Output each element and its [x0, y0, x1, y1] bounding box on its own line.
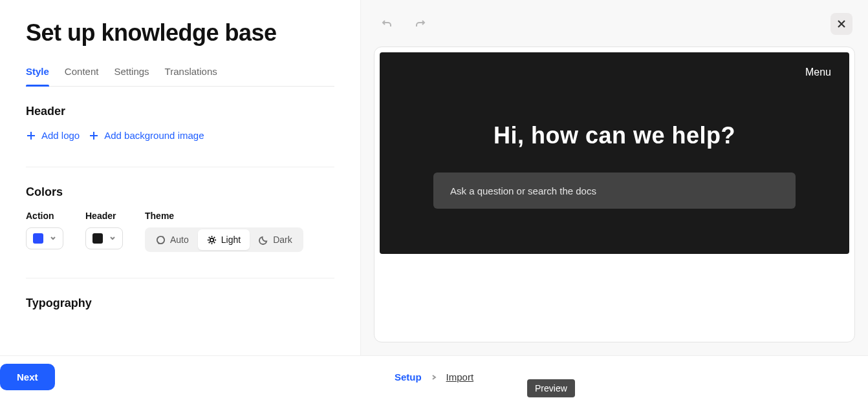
next-button[interactable]: Next: [0, 364, 55, 390]
preview-search-input[interactable]: Ask a question or search the docs: [433, 173, 796, 209]
tab-label: Translations: [165, 66, 217, 77]
close-button[interactable]: [830, 13, 852, 35]
plus-icon: [26, 131, 36, 141]
svg-point-0: [210, 238, 214, 242]
breadcrumb: Setup Import: [395, 372, 473, 382]
tab-label: Style: [26, 66, 49, 77]
preview-menu-link[interactable]: Menu: [805, 67, 831, 78]
moon-icon: [259, 235, 268, 245]
add-logo-button[interactable]: Add logo: [26, 130, 80, 141]
add-logo-label: Add logo: [41, 130, 80, 141]
page-title: Set up knowledge base: [26, 19, 334, 47]
theme-segmented-control: Auto Light Dark: [145, 227, 303, 252]
theme-auto-button[interactable]: Auto: [147, 229, 198, 250]
redo-icon: [415, 19, 426, 29]
tab-content[interactable]: Content: [65, 59, 99, 86]
header-color-swatch: [92, 233, 103, 244]
sun-icon: [207, 235, 217, 245]
theme-light-label: Light: [221, 235, 241, 245]
plus-icon: [89, 131, 99, 141]
tab-label: Settings: [114, 66, 149, 77]
config-panel: Set up knowledge base Style Content Sett…: [0, 0, 361, 355]
breadcrumb-import[interactable]: Import: [446, 372, 474, 382]
undo-button[interactable]: [376, 14, 397, 34]
theme-auto-label: Auto: [170, 235, 189, 245]
tab-style[interactable]: Style: [26, 59, 49, 86]
divider: [26, 278, 334, 278]
tabs: Style Content Settings Translations: [26, 59, 334, 87]
theme-light-button[interactable]: Light: [198, 229, 250, 250]
auto-icon: [156, 235, 166, 245]
theme-dark-button[interactable]: Dark: [250, 229, 301, 250]
preview-tooltip: Preview: [527, 379, 575, 397]
preview-content: Menu Hi, how can we help? Ask a question…: [380, 52, 849, 254]
divider: [26, 167, 334, 167]
action-color-swatch: [33, 233, 43, 244]
section-typography-title: Typography: [26, 297, 334, 310]
action-color-picker[interactable]: [26, 227, 63, 249]
action-color-label: Action: [26, 211, 63, 221]
preview-heading: Hi, how can we help?: [494, 122, 735, 149]
section-colors-title: Colors: [26, 185, 334, 199]
undo-icon: [382, 19, 392, 29]
add-background-button[interactable]: Add background image: [89, 130, 204, 141]
preview-frame: Menu Hi, how can we help? Ask a question…: [374, 47, 855, 342]
chevron-down-icon: [109, 235, 116, 242]
tab-label: Content: [65, 66, 99, 77]
header-color-label: Header: [85, 211, 123, 221]
chevron-right-icon: [431, 374, 437, 381]
footer: Setup Import Next: [0, 355, 868, 398]
close-icon: [836, 19, 847, 29]
redo-button[interactable]: [410, 14, 431, 34]
theme-dark-label: Dark: [273, 235, 292, 245]
tab-settings[interactable]: Settings: [114, 59, 149, 86]
breadcrumb-setup[interactable]: Setup: [395, 372, 422, 382]
preview-search-placeholder: Ask a question or search the docs: [450, 185, 596, 196]
chevron-down-icon: [50, 235, 56, 242]
header-color-picker[interactable]: [85, 227, 123, 249]
preview-panel: Menu Hi, how can we help? Ask a question…: [361, 0, 868, 355]
tab-translations[interactable]: Translations: [165, 59, 217, 86]
section-header-title: Header: [26, 105, 334, 118]
theme-label: Theme: [145, 211, 303, 221]
add-bg-label: Add background image: [104, 130, 204, 141]
